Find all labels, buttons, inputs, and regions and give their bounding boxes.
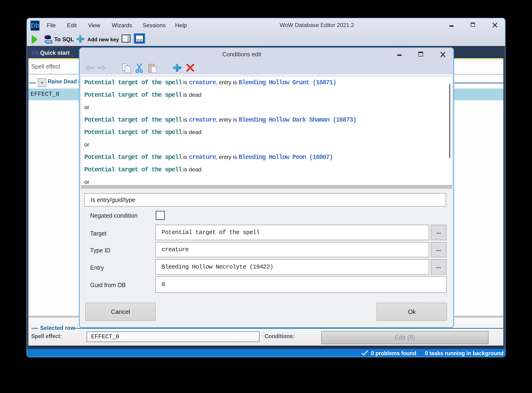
svg-text:SQL: SQL bbox=[46, 41, 52, 44]
